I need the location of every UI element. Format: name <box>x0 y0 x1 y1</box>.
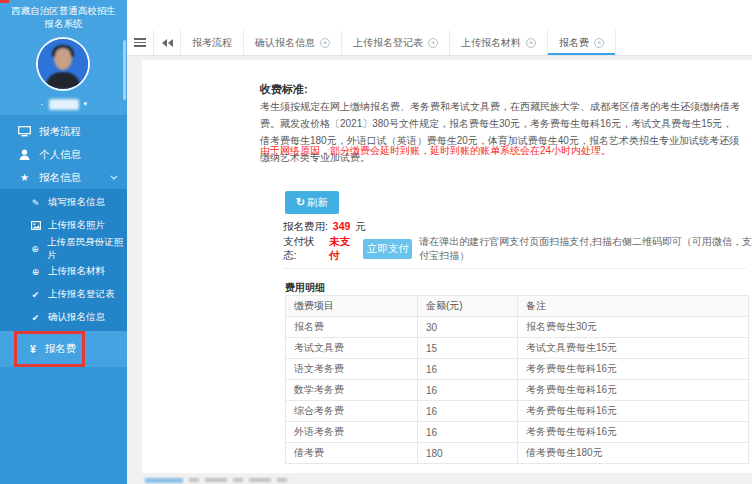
fee-total-line: 报名费用: 349 元 <box>283 220 366 234</box>
cell-item: 借考费 <box>286 443 418 464</box>
refresh-button[interactable]: ↻ 刷新 <box>285 191 339 214</box>
user-menu[interactable]: · ▾ <box>0 97 127 111</box>
sidebar-item-upload-materials[interactable]: ⊕ 上传报名材料 <box>0 260 127 283</box>
divider <box>283 268 746 269</box>
payment-status-label: 支付状态: <box>283 235 322 263</box>
table-header-row: 缴费项目 金额(元) 备注 <box>286 296 749 317</box>
sidebar-item-label: 报名信息 <box>39 171 81 185</box>
main-area: 报考流程 确认报名信息 × 上传报名登记表 × 上传报名材料 × 报名费 × 收… <box>127 0 752 484</box>
photo-icon <box>30 221 41 230</box>
payment-status-line: 支付状态: 未支付 立即支付 请在弹出的建行官网支付页面扫描支付,扫描右侧二维码… <box>283 239 752 259</box>
check-icon: ✔ <box>30 290 41 300</box>
sidebar-item-label: 上传报名材料 <box>48 265 105 278</box>
sidebar-item-exam-process[interactable]: 报考流程 <box>0 120 127 143</box>
tab-close-icon[interactable]: × <box>428 38 438 48</box>
tab-bar: 报考流程 确认报名信息 × 上传报名登记表 × 上传报名材料 × 报名费 × <box>127 30 752 56</box>
sidebar-item-upload-registration-form[interactable]: ✔ 上传报名登记表 <box>0 283 127 306</box>
star-icon: ★ <box>18 173 31 183</box>
sidebar-item-label: 上传居民身份证照片 <box>47 236 127 262</box>
sidebar-nav: 报考流程 个人信息 ★ 报名信息 ✎ 填写报名信息 <box>0 115 127 367</box>
table-row: 报名费 30 报名费每生30元 <box>286 317 749 338</box>
cell-amount: 16 <box>418 401 518 422</box>
tab-registration-fee[interactable]: 报名费 × <box>548 30 616 55</box>
cell-amount: 16 <box>418 380 518 401</box>
table-row: 语文考务费 16 考务费每生每科16元 <box>286 359 749 380</box>
cell-remark: 考试文具费每生15元 <box>518 338 749 359</box>
menu-toggle-button[interactable] <box>127 30 154 55</box>
fee-standard-title: 收费标准: <box>260 82 308 97</box>
double-left-arrow-icon <box>161 39 173 47</box>
collapse-tabs-button[interactable] <box>154 30 181 55</box>
sidebar-item-label: 个人信息 <box>39 148 81 162</box>
cell-remark: 考务费每生每科16元 <box>518 401 749 422</box>
tab-label: 上传报名登记表 <box>353 36 423 50</box>
delay-notice-text: 由于网络原因，部分缴费会延时到账，延时到账的账单系统会在24小时内处理。 <box>260 144 611 158</box>
sidebar-item-upload-photo[interactable]: 上传报名照片 <box>0 214 127 237</box>
user-dot: · <box>40 99 44 109</box>
content-background: 收费标准: 考生须按规定在网上缴纳报名费、考务费和考试文具费，在西藏民族大学、成… <box>127 56 752 484</box>
sidebar-item-label: 报考流程 <box>39 125 81 139</box>
table-header-remark: 备注 <box>518 296 749 317</box>
yen-icon: ¥ <box>30 343 36 355</box>
cell-remark: 考务费每生每科16元 <box>518 380 749 401</box>
monitor-icon <box>18 126 31 137</box>
footer-redacted-text <box>145 476 287 484</box>
tab-label: 报考流程 <box>192 36 232 50</box>
cell-item: 考试文具费 <box>286 338 418 359</box>
sidebar-item-label: 上传报名照片 <box>48 219 105 232</box>
annotation-red-mark <box>0 0 9 3</box>
sidebar-item-upload-id-card[interactable]: ⊕ 上传居民身份证照片 <box>0 237 127 260</box>
tab-label: 报名费 <box>559 36 589 50</box>
tab-label: 确认报名信息 <box>255 36 315 50</box>
sidebar-item-label: 上传报名登记表 <box>48 288 115 301</box>
caret-down-icon: ▾ <box>84 100 88 108</box>
tab-upload-materials[interactable]: 上传报名材料 × <box>450 30 548 55</box>
tab-exam-process[interactable]: 报考流程 <box>181 30 244 55</box>
user-name-redacted <box>49 99 79 110</box>
sidebar: 西藏自治区普通高校招生报名系统 · ▾ <box>0 0 127 484</box>
sidebar-item-label: 确认报名信息 <box>48 311 105 324</box>
fee-detail-table: 缴费项目 金额(元) 备注 报名费 30 报名费每生30元 考试文具费 <box>285 295 749 464</box>
app-title: 西藏自治区普通高校招生报名系统 <box>0 0 127 30</box>
avatar-photo <box>38 39 88 89</box>
tab-close-icon[interactable]: × <box>594 38 604 48</box>
tab-close-icon[interactable]: × <box>526 38 536 48</box>
cell-item: 外语考务费 <box>286 422 418 443</box>
sidebar-item-fill-registration[interactable]: ✎ 填写报名信息 <box>0 191 127 214</box>
tab-confirm-registration[interactable]: 确认报名信息 × <box>244 30 342 55</box>
sidebar-item-registration-info[interactable]: ★ 报名信息 <box>0 166 127 189</box>
payment-status-value: 未支付 <box>329 235 356 263</box>
sidebar-item-personal-info[interactable]: 个人信息 <box>0 143 127 166</box>
table-row: 数学考务费 16 考务费每生每科16元 <box>286 380 749 401</box>
edit-icon: ✎ <box>30 198 41 208</box>
pay-now-button[interactable]: 立即支付 <box>363 239 412 259</box>
cell-amount: 30 <box>418 317 518 338</box>
sidebar-scrollbar[interactable] <box>123 40 126 100</box>
sidebar-item-label: 填写报名信息 <box>48 196 105 209</box>
tab-close-icon[interactable]: × <box>320 38 330 48</box>
plus-circle-icon: ⊕ <box>30 267 41 277</box>
refresh-icon: ↻ <box>296 196 305 209</box>
content-card: 收费标准: 考生须按规定在网上缴纳报名费、考务费和考试文具费，在西藏民族大学、成… <box>142 60 752 473</box>
cell-item: 报名费 <box>286 317 418 338</box>
sidebar-item-registration-fee[interactable]: ¥ 报名费 <box>0 331 127 367</box>
sidebar-item-label: 报名费 <box>45 342 77 356</box>
app-window: 西藏自治区普通高校招生报名系统 · ▾ <box>0 0 752 484</box>
refresh-label: 刷新 <box>307 196 328 210</box>
cell-amount: 16 <box>418 422 518 443</box>
table-row: 外语考务费 16 考务费每生每科16元 <box>286 422 749 443</box>
table-row: 综合考务费 16 考务费每生每科16元 <box>286 401 749 422</box>
plus-circle-icon: ⊕ <box>30 244 40 254</box>
tab-label: 上传报名材料 <box>461 36 521 50</box>
user-icon <box>18 149 31 160</box>
cell-remark: 报名费每生30元 <box>518 317 749 338</box>
fee-detail-title: 费用明细 <box>285 281 325 295</box>
cell-item: 数学考务费 <box>286 380 418 401</box>
tab-upload-registration-form[interactable]: 上传报名登记表 × <box>342 30 450 55</box>
fee-total-label: 报名费用: <box>283 220 328 232</box>
cell-remark: 考务费每生每科16元 <box>518 422 749 443</box>
cell-item: 语文考务费 <box>286 359 418 380</box>
avatar[interactable] <box>36 37 90 91</box>
fee-total-amount: 349 <box>333 220 351 232</box>
sidebar-item-confirm-registration[interactable]: ✔ 确认报名信息 <box>0 306 127 329</box>
